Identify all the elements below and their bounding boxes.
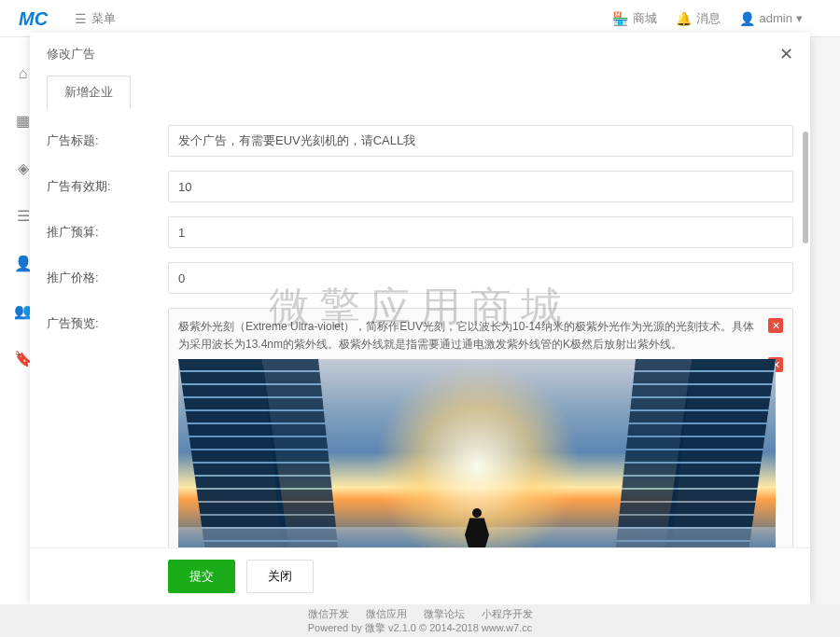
page-footer: 微信开发 微信应用 微擎论坛 小程序开发 Powered by 微擎 v2.1.… [0, 604, 840, 637]
chevron-down-icon: ▾ [796, 11, 803, 25]
modal-header: 修改广告 ✕ [30, 33, 810, 76]
input-ad-title[interactable] [168, 125, 793, 157]
preview-box: ✕ ✕ 极紫外光刻（Extreme Ultra-violet），简称作EUV光刻… [168, 308, 793, 547]
shop-icon: 🏪 [612, 11, 628, 26]
modal-body: 新增企业 广告标题: 广告有效期: 推广预算: 推广价格: 广告预览: ✕ ✕ … [30, 76, 810, 547]
mall-link[interactable]: 🏪 商城 [612, 10, 657, 27]
home-icon[interactable]: ⌂ [19, 65, 28, 82]
menu-label: 菜单 [91, 10, 116, 27]
label-validity: 广告有效期: [47, 171, 168, 195]
user-menu[interactable]: 👤 admin ▾ [739, 11, 803, 26]
footer-link-2[interactable]: 微擎论坛 [424, 607, 465, 621]
list-icon[interactable]: ☰ [17, 207, 30, 225]
footer-link-1[interactable]: 微信应用 [366, 607, 407, 621]
close-icon[interactable]: ✕ [779, 44, 793, 64]
submit-button[interactable]: 提交 [168, 560, 235, 593]
label-budget: 推广预算: [47, 216, 168, 241]
top-header: MC ☰ 菜单 🏪 商城 🔔 消息 👤 admin ▾ [0, 0, 840, 37]
label-price: 推广价格: [47, 262, 168, 286]
user-icon: 👤 [739, 11, 755, 26]
row-ad-title: 广告标题: [47, 125, 793, 157]
modal-title: 修改广告 [47, 46, 95, 62]
mall-label: 商城 [633, 10, 657, 27]
row-validity: 广告有效期: [47, 171, 793, 202]
input-price[interactable] [168, 262, 793, 294]
preview-text: 极紫外光刻（Extreme Ultra-violet），简称作EUV光刻，它以波… [178, 318, 783, 353]
row-preview: 广告预览: ✕ ✕ 极紫外光刻（Extreme Ultra-violet），简称… [47, 308, 793, 547]
close-button[interactable]: 关闭 [246, 560, 314, 593]
input-validity[interactable] [168, 171, 793, 202]
label-ad-title: 广告标题: [47, 125, 168, 149]
tab-new-enterprise[interactable]: 新增企业 [47, 76, 131, 108]
row-price: 推广价格: [47, 262, 793, 294]
footer-copyright: Powered by 微擎 v2.1.0 © 2014-2018 www.w7.… [308, 621, 532, 635]
menu-button[interactable]: ☰ 菜单 [75, 10, 116, 27]
tab-row: 新增企业 [47, 76, 793, 108]
scrollbar[interactable] [803, 132, 808, 243]
input-budget[interactable] [168, 216, 793, 248]
footer-link-0[interactable]: 微信开发 [308, 607, 349, 621]
row-budget: 推广预算: [47, 216, 793, 248]
cube-icon[interactable]: ◈ [18, 159, 29, 177]
label-preview: 广告预览: [47, 308, 168, 332]
logo: MC [19, 8, 51, 29]
message-label: 消息 [696, 10, 721, 27]
grid-icon[interactable]: ▦ [16, 112, 30, 130]
footer-links: 微信开发 微信应用 微擎论坛 小程序开发 [308, 607, 533, 621]
preview-image [178, 359, 776, 547]
modal-footer: 提交 关闭 [30, 547, 810, 604]
bell-icon: 🔔 [676, 11, 692, 26]
user-label: admin [760, 11, 792, 25]
footer-link-3[interactable]: 小程序开发 [482, 607, 533, 621]
delete-text-button[interactable]: ✕ [768, 318, 783, 333]
hamburger-icon: ☰ [75, 11, 87, 26]
edit-ad-modal: 修改广告 ✕ 新增企业 广告标题: 广告有效期: 推广预算: 推广价格: 广告预… [30, 33, 810, 604]
message-link[interactable]: 🔔 消息 [676, 10, 721, 27]
